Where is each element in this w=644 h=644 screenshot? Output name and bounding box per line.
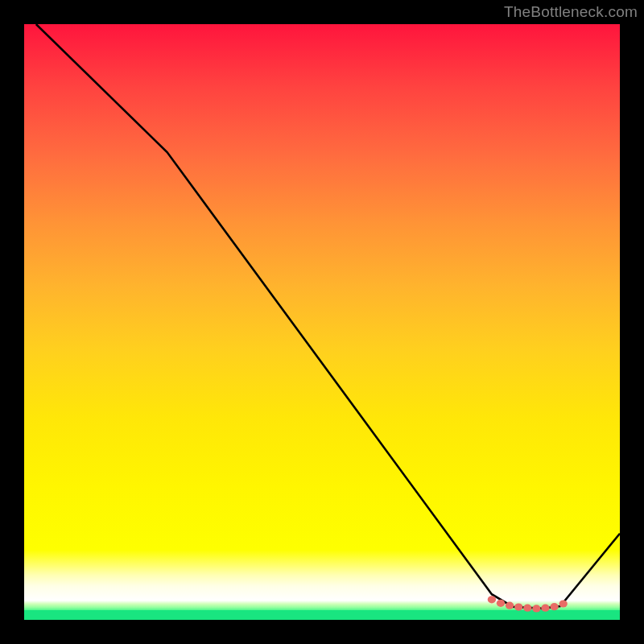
optimal-marker bbox=[506, 602, 514, 609]
optimal-marker bbox=[497, 600, 505, 607]
attribution-label: TheBottleneck.com bbox=[504, 3, 638, 21]
curve-svg bbox=[24, 24, 620, 620]
plot-area bbox=[24, 24, 620, 620]
chart-container: TheBottleneck.com bbox=[0, 0, 644, 644]
optimal-marker bbox=[488, 596, 496, 603]
optimal-marker bbox=[532, 605, 540, 612]
optimal-marker bbox=[550, 603, 558, 610]
optimal-marker bbox=[514, 604, 522, 611]
optimal-marker bbox=[541, 605, 549, 612]
optimal-marker bbox=[559, 600, 568, 607]
optimal-marker bbox=[523, 605, 531, 612]
curve-line bbox=[36, 24, 620, 609]
